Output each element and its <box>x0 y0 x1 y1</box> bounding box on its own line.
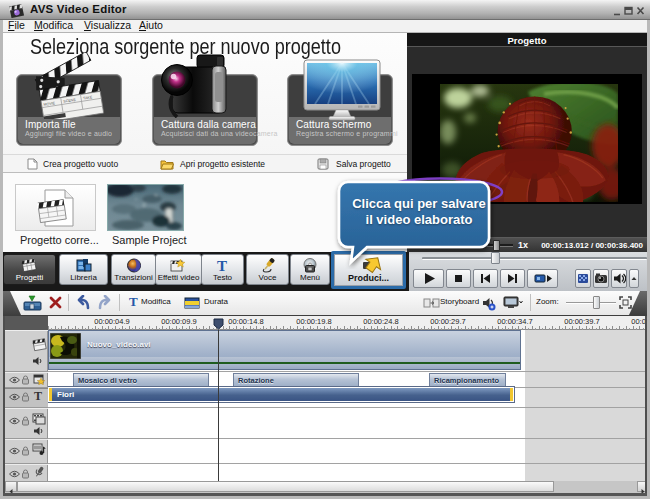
svg-text:T: T <box>217 258 227 273</box>
